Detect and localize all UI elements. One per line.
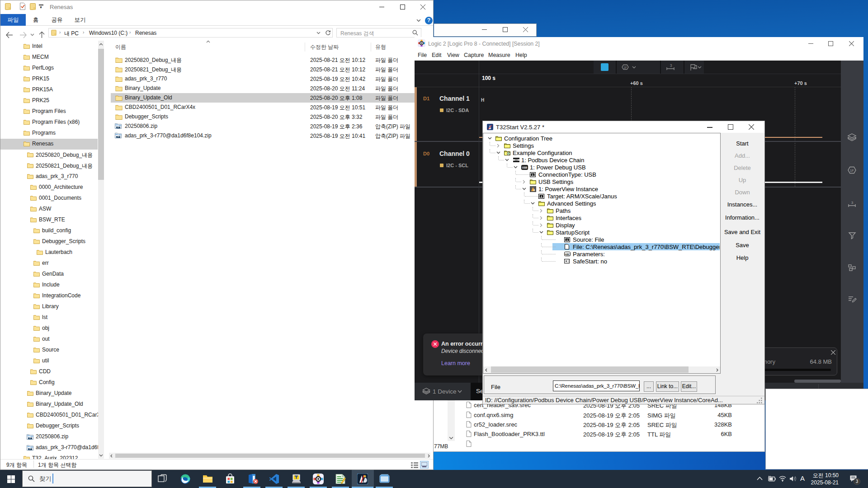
svg-text:ZIP: ZIP: [117, 127, 120, 128]
svg-text:ABC: ABC: [565, 253, 570, 256]
svg-text:3: 3: [670, 63, 672, 68]
svg-text:ZIP: ZIP: [29, 437, 32, 439]
svg-text:ZIP: ZIP: [29, 448, 32, 450]
svg-text:USB: USB: [522, 166, 528, 169]
svg-text:1F: 1F: [850, 169, 854, 173]
svg-text:ZIP: ZIP: [117, 136, 120, 138]
svg-text:3: 3: [851, 201, 854, 205]
svg-text:1F: 1F: [623, 66, 627, 69]
